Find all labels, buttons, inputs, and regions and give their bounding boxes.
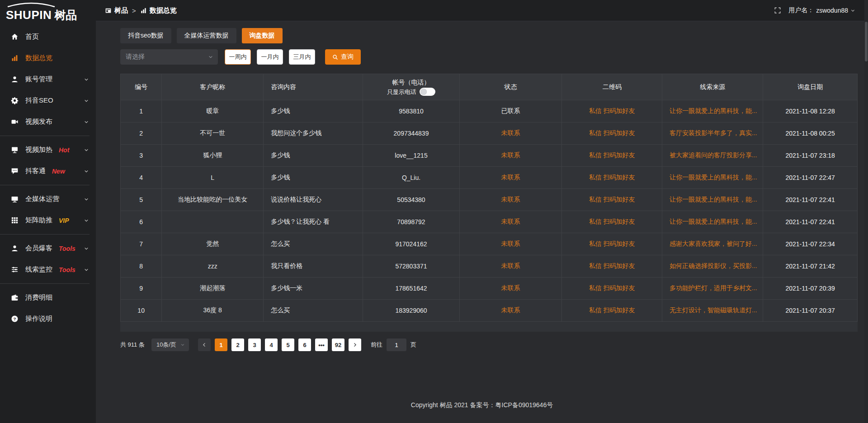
source-link[interactable]: 让你一眼就爱上的黑科技，能... bbox=[662, 100, 763, 122]
sidebar-divider bbox=[0, 136, 90, 136]
content-cell: 多少钱？让我死心 看 bbox=[264, 211, 363, 233]
user-menu[interactable]: 用户名： zswodun88 bbox=[788, 6, 855, 14]
qrcode-links[interactable]: 私信 扫码加好友 bbox=[562, 167, 662, 189]
grid-icon bbox=[11, 216, 19, 224]
fullscreen-icon[interactable] bbox=[774, 7, 781, 14]
table-row: 6多少钱？让我死心 看70898792未联系私信 扫码加好友让你一眼就爱上的黑科… bbox=[121, 211, 858, 233]
breadcrumb-label: 树品 bbox=[114, 6, 128, 15]
sidebar-item-home[interactable]: 首页 bbox=[0, 26, 96, 47]
content-cell: 我想问这个多少钱 bbox=[264, 122, 363, 145]
sidebar: SHUPIN 树品 首页数据总览账号管理抖音SEO视频发布视频加热Hot抖客通N… bbox=[0, 0, 96, 423]
row-number-cell: 2 bbox=[121, 122, 162, 145]
page-size-select[interactable]: 10条/页 bbox=[151, 338, 189, 351]
sidebar-item-consume-detail[interactable]: 消费明细 bbox=[0, 287, 96, 308]
sidebar-item-label: 视频发布 bbox=[25, 118, 52, 126]
topbar-right: 用户名： zswodun88 bbox=[774, 6, 855, 14]
sidebar-item-label: 抖音SEO bbox=[25, 96, 53, 105]
sidebar-item-operation-guide[interactable]: ?操作说明 bbox=[0, 308, 96, 329]
qrcode-links[interactable]: 私信 扫码加好友 bbox=[562, 145, 662, 167]
search-icon bbox=[332, 54, 338, 60]
source-link[interactable]: 多功能护栏灯，适用于乡村文... bbox=[662, 277, 763, 300]
range-button[interactable]: 一周内 bbox=[225, 49, 251, 65]
range-button[interactable]: 一月内 bbox=[257, 49, 283, 65]
table-row: 5当地比较能吃的一位美女说说价格让我死心50534380未联系私信 扫码加好友让… bbox=[121, 189, 858, 211]
goto-label: 前往 bbox=[371, 341, 382, 349]
sidebar-item-omni-media[interactable]: 全媒体运营 bbox=[0, 188, 96, 210]
chevron-down-icon bbox=[84, 77, 89, 82]
date-cell: 2021-11-07 22:47 bbox=[763, 167, 858, 189]
qrcode-links[interactable]: 私信 扫码加好友 bbox=[562, 300, 662, 322]
scrollbar-thumb[interactable] bbox=[865, 22, 868, 61]
logo[interactable]: SHUPIN 树品 bbox=[0, 0, 96, 23]
sidebar-item-clue-monitor[interactable]: 线索监控Tools bbox=[0, 259, 96, 280]
status-cell: 未联系 bbox=[459, 233, 562, 255]
breadcrumb-item[interactable]: 树品 bbox=[105, 6, 128, 15]
source-link[interactable]: 让你一眼就爱上的黑科技，能... bbox=[662, 211, 763, 233]
breadcrumb-item[interactable]: 数据总览 bbox=[140, 6, 177, 15]
logo-arc-icon bbox=[6, 2, 57, 7]
table-row: 9潮起潮落多少钱一米178651642未联系私信 扫码加好友多功能护栏灯，适用于… bbox=[121, 277, 858, 300]
page-button-3[interactable]: 3 bbox=[248, 338, 261, 351]
nickname-cell: 觉然 bbox=[162, 233, 264, 255]
sidebar-item-douketong[interactable]: 抖客通New bbox=[0, 160, 96, 182]
source-link[interactable]: 让你一眼就爱上的黑科技，能... bbox=[662, 189, 763, 211]
page-button-6[interactable]: 6 bbox=[298, 338, 311, 351]
page-size-value: 10条/页 bbox=[156, 341, 176, 349]
page-ellipsis[interactable]: ••• bbox=[315, 338, 328, 351]
source-link[interactable]: 无主灯设计，智能磁吸轨道灯... bbox=[662, 300, 763, 322]
account-select[interactable]: 请选择 bbox=[120, 49, 218, 65]
tab-omni-media-data[interactable]: 全媒体运营数据 bbox=[177, 28, 236, 43]
sidebar-item-label: 首页 bbox=[25, 33, 39, 41]
range-button[interactable]: 三月内 bbox=[289, 49, 315, 65]
row-number-cell: 9 bbox=[121, 277, 162, 300]
source-link[interactable]: 被大家追着问的客厅投影分享... bbox=[662, 145, 763, 167]
qrcode-links[interactable]: 私信 扫码加好友 bbox=[562, 122, 662, 145]
qrcode-links[interactable]: 私信 扫码加好友 bbox=[562, 277, 662, 300]
table-row: 3狐小狸多少钱love__1215未联系私信 扫码加好友被大家追着问的客厅投影分… bbox=[121, 145, 858, 167]
sidebar-item-data-overview[interactable]: 数据总览 bbox=[0, 47, 96, 69]
breadcrumb-separator: > bbox=[132, 7, 136, 14]
app-root: SHUPIN 树品 首页数据总览账号管理抖音SEO视频发布视频加热Hot抖客通N… bbox=[0, 0, 868, 423]
prev-page-button[interactable] bbox=[198, 338, 211, 351]
source-link[interactable]: 如何正确选择投影仪，买投影... bbox=[662, 255, 763, 277]
page-button-4[interactable]: 4 bbox=[265, 338, 278, 351]
page-button-92[interactable]: 92 bbox=[332, 338, 344, 351]
tab-inquiry-data[interactable]: 询盘数据 bbox=[242, 28, 283, 43]
sidebar-item-label: 数据总览 bbox=[25, 54, 52, 62]
monitor-icon bbox=[11, 195, 19, 203]
username-value: zswodun88 bbox=[816, 7, 848, 14]
content-cell: 我只看价格 bbox=[264, 255, 363, 277]
date-cell: 2021-11-08 12:28 bbox=[763, 100, 858, 122]
main-area: 树品>数据总览 用户名： zswodun88 抖音seo数据全媒体运营数据询盘数… bbox=[96, 0, 868, 423]
goto-page-input[interactable] bbox=[387, 338, 406, 351]
page-button-1[interactable]: 1 bbox=[215, 338, 227, 351]
sidebar-item-account-management[interactable]: 账号管理 bbox=[0, 69, 96, 90]
sidebar-item-label: 操作说明 bbox=[25, 315, 52, 323]
source-link[interactable]: 感谢大家喜欢我家，被问了好... bbox=[662, 233, 763, 255]
sidebar-item-member-baoke[interactable]: 会员爆客Tools bbox=[0, 238, 96, 259]
sidebar-item-video-publish[interactable]: 视频发布 bbox=[0, 111, 96, 132]
sidebar-item-matrix-boost[interactable]: 矩阵助推VIP bbox=[0, 210, 96, 231]
qrcode-links[interactable]: 私信 扫码加好友 bbox=[562, 255, 662, 277]
qrcode-links[interactable]: 私信 扫码加好友 bbox=[562, 189, 662, 211]
gear-icon bbox=[11, 97, 19, 104]
tab-douyin-seo-data[interactable]: 抖音seo数据 bbox=[120, 28, 171, 43]
page-button-5[interactable]: 5 bbox=[282, 338, 294, 351]
column-header-qrcode: 二维码 bbox=[562, 74, 662, 100]
sidebar-item-video-heat[interactable]: 视频加热Hot bbox=[0, 139, 96, 160]
qrcode-links[interactable]: 私信 扫码加好友 bbox=[562, 211, 662, 233]
chevron-left-icon bbox=[202, 342, 207, 348]
qrcode-links[interactable]: 私信 扫码加好友 bbox=[562, 233, 662, 255]
qrcode-links[interactable]: 私信 扫码加好友 bbox=[562, 100, 662, 122]
phone-only-toggle[interactable] bbox=[420, 88, 435, 96]
nickname-cell: 潮起潮落 bbox=[162, 277, 264, 300]
source-link[interactable]: 让你一眼就爱上的黑科技，能... bbox=[662, 167, 763, 189]
source-link[interactable]: 客厅安装投影半年多了，真实... bbox=[662, 122, 763, 145]
next-page-button[interactable] bbox=[349, 338, 361, 351]
scrollbar-track[interactable] bbox=[864, 0, 868, 423]
query-button[interactable]: 查询 bbox=[325, 49, 361, 65]
table-row: 7觉然怎么买917024162未联系私信 扫码加好友感谢大家喜欢我家，被问了好.… bbox=[121, 233, 858, 255]
sidebar-item-douyin-seo[interactable]: 抖音SEO bbox=[0, 90, 96, 111]
page-button-2[interactable]: 2 bbox=[231, 338, 244, 351]
sidebar-item-badge: Tools bbox=[59, 245, 75, 252]
